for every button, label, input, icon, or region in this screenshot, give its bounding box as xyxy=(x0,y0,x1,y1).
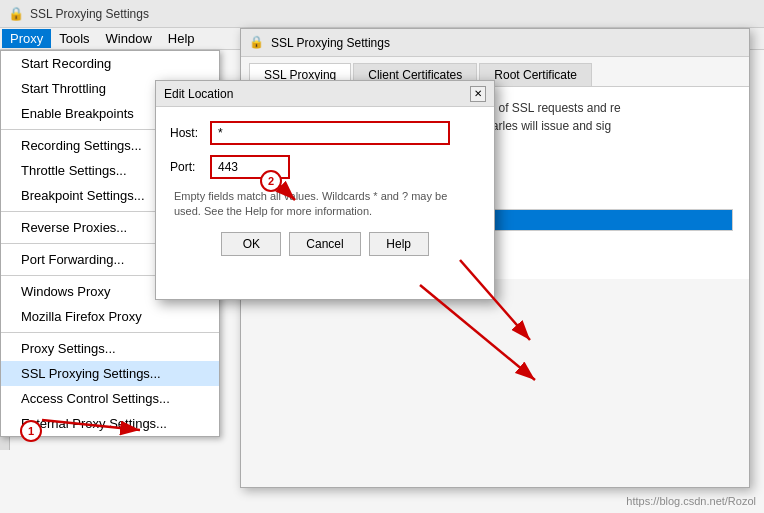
edit-dialog-content: Host: Port: Empty fields match all value… xyxy=(156,107,494,270)
host-field-row: Host: xyxy=(170,121,480,145)
edit-dialog-title: Edit Location xyxy=(164,87,233,101)
ssl-dialog-titlebar: 🔒 SSL Proxying Settings xyxy=(241,29,749,57)
cancel-button[interactable]: Cancel xyxy=(289,232,360,256)
separator-5 xyxy=(1,332,219,333)
annotation-circle-1: 1 xyxy=(20,420,42,442)
menu-window[interactable]: Window xyxy=(98,29,160,48)
menu-help[interactable]: Help xyxy=(160,29,203,48)
watermark: https://blog.csdn.net/Rozol xyxy=(626,495,756,507)
title-bar-icon: 🔒 xyxy=(8,6,24,22)
menu-proxy[interactable]: Proxy xyxy=(2,29,51,48)
menu-item-start-recording[interactable]: Start Recording xyxy=(1,51,219,76)
annotation-circle-2: 2 xyxy=(260,170,282,192)
edit-dialog-titlebar: Edit Location ✕ xyxy=(156,81,494,107)
menu-item-firefox-proxy[interactable]: Mozilla Firefox Proxy xyxy=(1,304,219,329)
title-bar-text: SSL Proxying Settings xyxy=(30,7,149,21)
tab-root-cert[interactable]: Root Certificate xyxy=(479,63,592,86)
menu-item-ssl-proxying-settings[interactable]: SSL Proxying Settings... xyxy=(1,361,219,386)
edit-dialog-buttons: OK Cancel Help xyxy=(170,232,480,256)
edit-hint: Empty fields match all values. Wildcards… xyxy=(170,189,480,220)
menu-item-access-control[interactable]: Access Control Settings... xyxy=(1,386,219,411)
title-bar: 🔒 SSL Proxying Settings xyxy=(0,0,764,28)
host-label: Host: xyxy=(170,126,210,140)
app-window: 🔒 SSL Proxying Settings Proxy Tools Wind… xyxy=(0,0,764,513)
edit-dialog: Edit Location ✕ Host: Port: Empty fields… xyxy=(155,80,495,300)
menu-item-proxy-settings[interactable]: Proxy Settings... xyxy=(1,336,219,361)
host-input[interactable] xyxy=(210,121,450,145)
ssl-dialog-icon: 🔒 xyxy=(249,35,265,51)
port-label: Port: xyxy=(170,160,210,174)
close-button[interactable]: ✕ xyxy=(470,86,486,102)
menu-tools[interactable]: Tools xyxy=(51,29,97,48)
help-button[interactable]: Help xyxy=(369,232,429,256)
port-field-row: Port: xyxy=(170,155,480,179)
ok-button[interactable]: OK xyxy=(221,232,281,256)
ssl-dialog-title: SSL Proxying Settings xyxy=(271,36,390,50)
